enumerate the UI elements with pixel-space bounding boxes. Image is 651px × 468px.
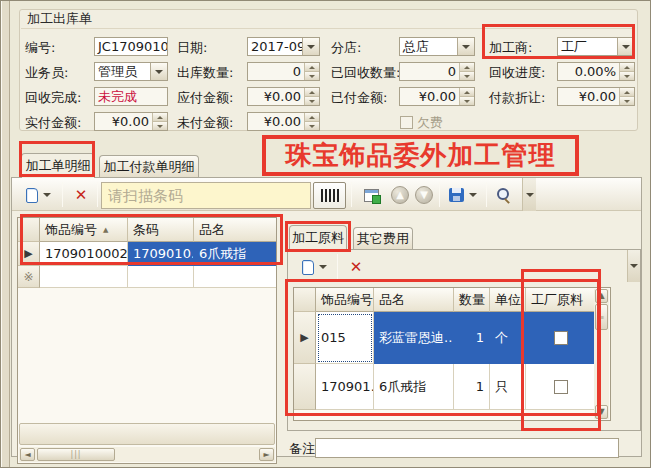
spin-buttons[interactable]: [304, 88, 319, 105]
cell-empty[interactable]: [128, 266, 194, 288]
date-dropdown-button[interactable]: [302, 38, 319, 55]
spin-buttons[interactable]: [619, 88, 634, 105]
scroll-left-button[interactable]: ◄: [20, 448, 35, 461]
barcode-button[interactable]: [313, 182, 346, 209]
column-header-name[interactable]: 品名: [374, 288, 454, 312]
table-row[interactable]: ▶ 015 彩蓝雷恩迪... 1 个: [294, 312, 595, 364]
scroll-down-button[interactable]: ▼: [595, 405, 608, 419]
save-button[interactable]: [444, 183, 482, 207]
payment-discount-spinner[interactable]: ¥0.00: [557, 87, 635, 106]
horizontal-scrollbar[interactable]: ◄ ||| ►: [19, 447, 275, 462]
spin-up-button[interactable]: [460, 63, 474, 72]
tab-other-fees[interactable]: 其它费用: [353, 227, 413, 250]
spin-down-button[interactable]: [460, 72, 474, 80]
spin-buttons[interactable]: [459, 88, 474, 105]
processor-dropdown-button[interactable]: [617, 38, 634, 55]
table-row[interactable]: 170901... 6爪戒指 1 只: [294, 364, 595, 410]
spin-up-button[interactable]: [305, 113, 319, 122]
recovery-progress-spinner[interactable]: 0.00%: [557, 62, 635, 81]
spin-up-button[interactable]: [620, 63, 634, 72]
groupbox-title: 加工出库单: [27, 11, 92, 27]
scan-barcode-field[interactable]: [101, 182, 311, 209]
left-splitter[interactable]: [1, 1, 10, 468]
cell-code[interactable]: 015: [316, 312, 374, 364]
branch-combobox[interactable]: 总店: [399, 37, 475, 56]
cell-name[interactable]: 6爪戒指: [374, 364, 454, 410]
cell-qty[interactable]: 1: [454, 364, 490, 410]
cell-code[interactable]: 1709010002: [40, 242, 128, 266]
spin-up-button[interactable]: [460, 88, 474, 97]
spin-down-button[interactable]: [620, 97, 634, 105]
materials-add-row-button[interactable]: [295, 255, 333, 279]
arrow-down-icon: [624, 75, 630, 78]
tab-processing-materials[interactable]: 加工原料: [289, 225, 347, 250]
branch-dropdown-button[interactable]: [457, 38, 474, 55]
cell-empty[interactable]: [194, 266, 276, 288]
scan-barcode-input[interactable]: [101, 182, 311, 209]
cell-empty[interactable]: [40, 266, 128, 288]
column-header-name[interactable]: 品名: [194, 218, 276, 242]
materials-toolbar-overflow-button[interactable]: [627, 250, 640, 282]
table-row[interactable]: ▶ 1709010002 1709010... 6爪戒指: [18, 242, 276, 266]
salesperson-dropdown-button[interactable]: [150, 63, 167, 80]
cell-unit[interactable]: 只: [490, 364, 526, 410]
spin-up-button[interactable]: [620, 88, 634, 97]
tab-processing-payment-detail[interactable]: 加工付款单明细: [99, 155, 199, 178]
new-row[interactable]: ※: [18, 266, 276, 288]
spin-buttons[interactable]: [152, 113, 167, 130]
tab-processing-detail[interactable]: 加工单明细: [21, 153, 95, 178]
unpaid-amount-spinner[interactable]: ¥0.00: [247, 112, 320, 131]
spin-down-button[interactable]: [620, 72, 634, 80]
salesperson-combobox[interactable]: 管理员: [94, 62, 168, 81]
vertical-scrollbar[interactable]: ▲ ≡ ▼: [594, 289, 609, 419]
spin-down-button[interactable]: [305, 122, 319, 130]
spin-buttons[interactable]: [304, 63, 319, 80]
actual-paid-spinner[interactable]: ¥0.00: [94, 112, 168, 131]
cell-name[interactable]: 6爪戒指: [194, 242, 276, 266]
batch-add-button[interactable]: [356, 183, 386, 207]
spin-down-button[interactable]: [305, 97, 319, 105]
column-header-factory-material[interactable]: 工厂原料: [526, 288, 595, 312]
processor-combobox[interactable]: 工厂: [557, 37, 635, 56]
spin-down-button[interactable]: [153, 122, 167, 130]
spin-down-button[interactable]: [460, 97, 474, 105]
column-header-qty[interactable]: 数量: [454, 288, 490, 312]
number-input[interactable]: JC17090100: [94, 37, 168, 56]
scroll-up-button[interactable]: ▲: [595, 289, 608, 303]
column-header-code[interactable]: 饰品编号 ▲: [40, 218, 128, 242]
spin-up-button[interactable]: [153, 113, 167, 122]
cell-barcode[interactable]: 1709010...: [128, 242, 194, 266]
toolbar-overflow-button[interactable]: [522, 178, 536, 211]
move-down-button[interactable]: ▼: [414, 185, 434, 205]
remark-input[interactable]: [315, 438, 619, 458]
spin-up-button[interactable]: [305, 88, 319, 97]
factory-material-checkbox[interactable]: [554, 380, 568, 394]
cell-qty[interactable]: 1: [454, 312, 490, 364]
date-combobox[interactable]: 2017-09-0: [247, 37, 320, 56]
payable-amount-spinner[interactable]: ¥0.00: [247, 87, 320, 106]
spin-buttons[interactable]: [619, 63, 634, 80]
column-header-code[interactable]: 饰品编号: [316, 288, 374, 312]
scrollbar-thumb[interactable]: ≡: [595, 304, 608, 330]
paid-amount-spinner[interactable]: ¥0.00: [399, 87, 475, 106]
materials-delete-row-button[interactable]: ✕: [342, 255, 370, 279]
spin-buttons[interactable]: [459, 63, 474, 80]
cell-name[interactable]: 彩蓝雷恩迪...: [374, 312, 454, 364]
move-up-button[interactable]: ▲: [390, 185, 410, 205]
column-header-unit[interactable]: 单位: [490, 288, 526, 312]
add-row-button[interactable]: [18, 183, 58, 207]
spin-buttons[interactable]: [304, 113, 319, 130]
recovered-qty-spinner[interactable]: 0: [399, 62, 475, 81]
cell-unit[interactable]: 个: [490, 312, 526, 364]
cell-code[interactable]: 170901...: [316, 364, 374, 410]
remark-field[interactable]: [315, 438, 619, 458]
spin-up-button[interactable]: [305, 63, 319, 72]
factory-material-checkbox[interactable]: [554, 331, 568, 345]
spin-down-button[interactable]: [305, 72, 319, 80]
delete-row-button[interactable]: ✕: [67, 183, 95, 207]
outbound-qty-spinner[interactable]: 0: [247, 62, 320, 81]
column-header-barcode[interactable]: 条码: [128, 218, 194, 242]
search-button[interactable]: [490, 183, 518, 207]
scroll-right-button[interactable]: ►: [259, 448, 274, 461]
scrollbar-thumb[interactable]: |||: [37, 448, 115, 461]
